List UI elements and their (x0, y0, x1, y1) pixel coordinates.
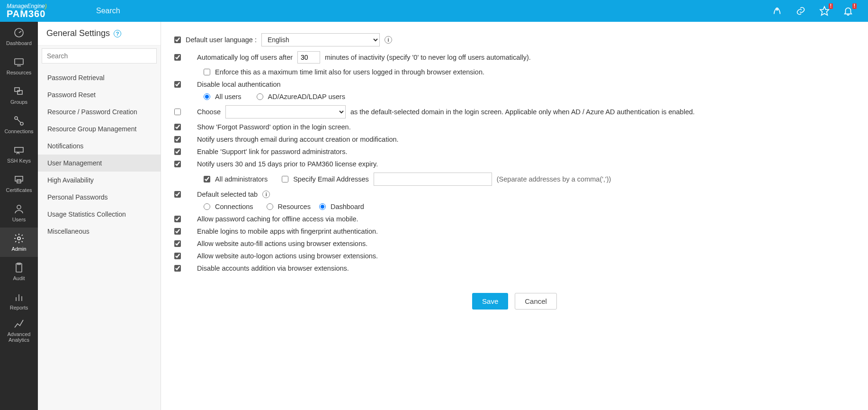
bell-icon[interactable]: ! (842, 5, 854, 17)
info-icon[interactable]: i (385, 36, 392, 44)
sidebar-item-usage-statistics[interactable]: Usage Statistics Collection (38, 206, 161, 223)
cancel-button[interactable]: Cancel (515, 293, 557, 310)
brand-bottom: PAM360 (7, 9, 47, 19)
chk-autologon[interactable] (174, 253, 181, 259)
lbl-enforce-ext: Enforce this as a maximum time limit als… (215, 68, 484, 76)
lbl-support-link: Enable 'Support' link for password admin… (197, 148, 347, 155)
row-disable-acct-add: Disable accounts addition via browser ex… (174, 264, 855, 272)
row-autofill: Allow website auto-fill actions using br… (174, 240, 855, 247)
chk-all-admins[interactable] (204, 176, 210, 182)
svg-rect-13 (15, 176, 23, 181)
chk-support-link[interactable] (174, 148, 181, 155)
row-auto-logoff: Automatically log off users after minute… (174, 51, 855, 64)
sidebar-item-password-reset[interactable]: Password Reset (38, 86, 161, 103)
sidebar-item-resource-group-management[interactable]: Resource Group Management (38, 120, 161, 137)
rad-tab-connections[interactable] (204, 203, 210, 210)
lbl-autofill: Allow website auto-fill actions using br… (197, 240, 367, 247)
nav-audit[interactable]: Audit (0, 257, 38, 286)
chk-specify-email[interactable] (282, 176, 288, 182)
lbl-notify-email: Notify users through email during accoun… (197, 136, 399, 143)
lbl-default-tab: Default selected tab (197, 191, 258, 198)
nav-groups[interactable]: Groups (0, 81, 38, 110)
settings-list: Password Retrieval Password Reset Resour… (38, 66, 161, 243)
main-area: Dashboard Resources Groups Connections S… (0, 22, 868, 410)
save-button[interactable]: Save (472, 293, 508, 310)
lbl-tab-resources: Resources (278, 203, 311, 210)
row-license-expiry: Notify users 30 and 15 days prior to PAM… (174, 160, 855, 168)
chk-auto-logoff[interactable] (174, 54, 181, 61)
lbl-auto-logoff-pre: Automatically log off users after (197, 54, 293, 61)
svg-rect-7 (15, 88, 19, 91)
sidebar-item-resource-password-creation[interactable]: Resource / Password Creation (38, 103, 161, 120)
chk-default-domain[interactable] (174, 109, 181, 115)
nav-connections[interactable]: Connections (0, 110, 38, 139)
row-forgot-pw: Show 'Forgot Password' option in the log… (174, 123, 855, 131)
sidebar-item-personal-passwords[interactable]: Personal Passwords (38, 189, 161, 206)
lbl-all-admins: All administrators (215, 175, 268, 183)
svg-rect-5 (15, 59, 23, 64)
sidebar-item-user-management[interactable]: User Management (38, 155, 161, 172)
chk-license-expiry[interactable] (174, 161, 181, 167)
rad-tab-resources[interactable] (267, 203, 273, 210)
global-search[interactable] (88, 0, 343, 22)
nav-advanced-analytics[interactable]: Advanced Analytics (0, 316, 38, 345)
inp-email-addresses[interactable] (374, 173, 492, 186)
settings-content: Default user language : English i Automa… (161, 22, 868, 410)
svg-rect-8 (18, 91, 22, 94)
star-icon[interactable]: ! (819, 5, 830, 17)
row-disable-local-options: All users AD/AzureAD/LDAP users (174, 93, 855, 100)
settings-search-input[interactable] (42, 48, 157, 64)
nav-reports[interactable]: Reports (0, 286, 38, 316)
lbl-tab-connections: Connections (215, 203, 253, 210)
rocket-icon[interactable] (771, 5, 783, 17)
lbl-disable-acct-add: Disable accounts addition via browser ex… (197, 264, 349, 272)
rad-ad-users[interactable] (257, 93, 263, 100)
sel-default-lang[interactable]: English (261, 33, 380, 46)
chk-fingerprint[interactable] (174, 228, 181, 235)
lbl-auto-logoff-post: minutes of inactivity (specify '0' to ne… (325, 54, 531, 61)
chk-forgot-pw[interactable] (174, 124, 181, 130)
chk-enforce-ext[interactable] (204, 69, 210, 75)
bell-badge: ! (852, 3, 857, 9)
rad-tab-dashboard[interactable] (319, 203, 326, 210)
footer-buttons: Save Cancel (174, 293, 855, 310)
topbar: ManageEngine) PAM360 ! ! (0, 0, 868, 22)
row-notify-email: Notify users through email during accoun… (174, 136, 855, 143)
sidebar-item-miscellaneous[interactable]: Miscellaneous (38, 223, 161, 240)
search-input[interactable] (96, 7, 248, 15)
nav-resources[interactable]: Resources (0, 51, 38, 81)
chk-disable-acct-add[interactable] (174, 265, 181, 272)
info-icon-tab[interactable]: i (262, 191, 270, 198)
lbl-default-lang: Default user language : (186, 36, 257, 44)
link-icon[interactable] (795, 5, 806, 17)
lbl-autologon: Allow website auto-logon actions using b… (197, 252, 378, 260)
help-icon[interactable]: ? (114, 30, 121, 37)
chk-notify-email[interactable] (174, 136, 181, 143)
chk-autofill[interactable] (174, 240, 181, 247)
nav-admin[interactable]: Admin (0, 228, 38, 257)
chk-default-lang[interactable] (174, 36, 181, 43)
nav-dashboard[interactable]: Dashboard (0, 22, 38, 51)
sel-default-domain[interactable] (225, 105, 346, 118)
settings-search-wrap (38, 46, 161, 66)
chk-disable-local-auth[interactable] (174, 81, 181, 88)
row-default-tab: Default selected tab i (174, 191, 855, 198)
sidebar-item-notifications[interactable]: Notifications (38, 137, 161, 155)
primary-nav: Dashboard Resources Groups Connections S… (0, 22, 38, 410)
nav-certificates[interactable]: Certificates (0, 169, 38, 198)
sidebar-item-password-retrieval[interactable]: Password Retrieval (38, 69, 161, 86)
sidebar-item-high-availability[interactable]: High Availability (38, 172, 161, 189)
row-pw-cache: Allow password caching for offline acces… (174, 215, 855, 223)
brand-logo: ManageEngine) PAM360 (0, 0, 88, 22)
nav-sshkeys[interactable]: SSH Keys (0, 139, 38, 169)
lbl-pw-cache: Allow password caching for offline acces… (197, 215, 358, 223)
rad-all-users[interactable] (204, 93, 210, 100)
nav-users[interactable]: Users (0, 198, 38, 228)
inp-auto-logoff-min[interactable] (297, 51, 320, 64)
lbl-ad-users: AD/AzureAD/LDAP users (268, 93, 345, 100)
chk-pw-cache[interactable] (174, 216, 181, 222)
svg-point-15 (17, 205, 21, 209)
lbl-disable-local-auth: Disable local authentication (197, 81, 281, 88)
row-autologon: Allow website auto-logon actions using b… (174, 252, 855, 260)
chk-default-tab[interactable] (174, 191, 181, 198)
